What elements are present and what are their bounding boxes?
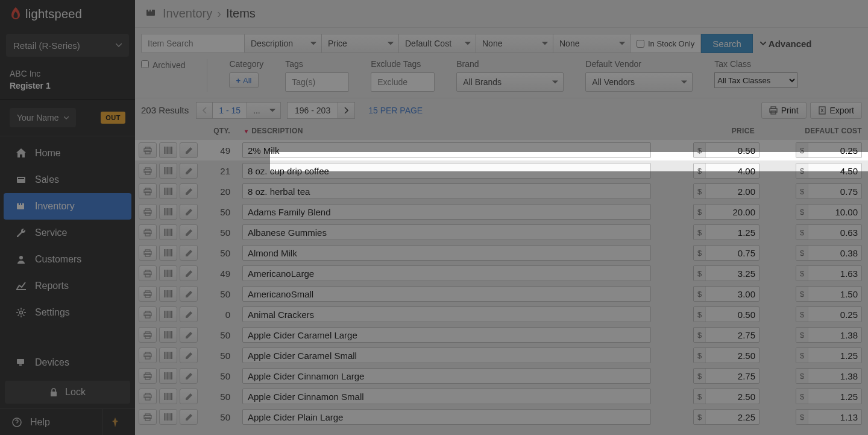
item-description-input[interactable] (242, 389, 651, 404)
item-description-input[interactable] (242, 348, 651, 363)
row-print-button[interactable] (139, 142, 157, 158)
col-description[interactable]: ▾ DESCRIPTION (236, 127, 657, 135)
item-description-input[interactable] (242, 265, 651, 281)
row-print-button[interactable] (139, 204, 157, 220)
row-edit-button[interactable] (180, 245, 198, 261)
category-all-button[interactable]: +All (229, 72, 258, 88)
item-price-input[interactable]: $ (693, 224, 760, 240)
item-cost-input[interactable]: $ (796, 265, 862, 281)
row-print-button[interactable] (139, 389, 157, 404)
help-row[interactable]: Help (0, 408, 135, 435)
price-value[interactable] (706, 227, 759, 238)
row-edit-button[interactable] (180, 142, 198, 158)
cost-value[interactable] (808, 145, 861, 156)
row-edit-button[interactable] (180, 327, 198, 343)
nav-reports[interactable]: Reports (4, 273, 131, 299)
search-button[interactable]: Search (701, 34, 753, 53)
row-edit-button[interactable] (180, 183, 198, 199)
breadcrumb-parent[interactable]: Inventory (163, 7, 212, 21)
row-print-button[interactable] (139, 183, 157, 199)
nav-sales[interactable]: Sales (4, 167, 131, 193)
row-edit-button[interactable] (180, 368, 198, 384)
cost-value[interactable] (808, 330, 861, 340)
item-price-input[interactable]: $ (693, 163, 760, 179)
none-filter-1[interactable]: None (476, 34, 553, 53)
price-value[interactable] (706, 310, 759, 320)
price-value[interactable] (706, 186, 759, 197)
item-cost-input[interactable]: $ (796, 348, 862, 363)
out-badge[interactable]: OUT (101, 112, 125, 124)
lock-button[interactable]: Lock (5, 381, 130, 404)
row-barcode-button[interactable] (159, 306, 177, 322)
price-filter[interactable]: Price (322, 34, 399, 53)
page-last-range[interactable]: 196 - 203 (287, 102, 338, 119)
row-print-button[interactable] (139, 368, 157, 384)
export-button[interactable]: Export (810, 102, 862, 119)
row-print-button[interactable] (139, 286, 157, 302)
row-print-button[interactable] (139, 224, 157, 240)
item-description-input[interactable] (242, 306, 651, 322)
cost-value[interactable] (808, 207, 861, 217)
row-barcode-button[interactable] (159, 409, 177, 425)
row-barcode-button[interactable] (159, 183, 177, 199)
item-price-input[interactable]: $ (693, 348, 760, 363)
nav-service[interactable]: Service (4, 220, 131, 246)
item-cost-input[interactable]: $ (796, 245, 862, 261)
cost-value[interactable] (808, 248, 861, 258)
item-description-input[interactable] (242, 245, 651, 261)
price-value[interactable] (706, 268, 759, 279)
price-value[interactable] (706, 330, 759, 340)
nav-inventory[interactable]: Inventory (4, 193, 131, 220)
page-prev[interactable] (196, 102, 213, 119)
price-value[interactable] (706, 371, 759, 381)
item-cost-input[interactable]: $ (796, 327, 862, 343)
item-cost-input[interactable]: $ (796, 409, 862, 425)
price-value[interactable] (706, 392, 759, 402)
brand-select[interactable]: All Brands (456, 72, 564, 92)
description-filter[interactable]: Description (245, 34, 322, 53)
user-menu[interactable]: Your Name (10, 108, 76, 127)
row-print-button[interactable] (139, 163, 157, 179)
price-value[interactable] (706, 289, 759, 299)
row-print-button[interactable] (139, 327, 157, 343)
item-price-input[interactable]: $ (693, 389, 760, 404)
row-print-button[interactable] (139, 409, 157, 425)
pin-icon[interactable] (102, 409, 127, 435)
item-price-input[interactable]: $ (693, 245, 760, 261)
col-defaultcost[interactable]: DEFAULT COST (760, 127, 862, 135)
row-edit-button[interactable] (180, 286, 198, 302)
nav-settings[interactable]: Settings (4, 299, 131, 326)
cost-value[interactable] (808, 310, 861, 320)
archived-checkbox[interactable]: Archived (141, 59, 185, 92)
instock-checkbox-input[interactable] (637, 40, 644, 48)
item-price-input[interactable]: $ (693, 183, 760, 199)
row-edit-button[interactable] (180, 348, 198, 363)
item-description-input[interactable] (242, 142, 651, 158)
row-print-button[interactable] (139, 245, 157, 261)
price-value[interactable] (706, 248, 759, 258)
row-barcode-button[interactable] (159, 163, 177, 179)
exclude-tags-input[interactable] (371, 72, 435, 92)
row-barcode-button[interactable] (159, 286, 177, 302)
page-select[interactable]: ... (247, 102, 281, 119)
cost-value[interactable] (808, 351, 861, 361)
col-qty[interactable]: QTY. (201, 127, 236, 135)
nav-devices[interactable]: Devices (4, 349, 131, 376)
cost-value[interactable] (808, 166, 861, 176)
page-next[interactable] (338, 102, 355, 119)
item-price-input[interactable]: $ (693, 286, 760, 302)
item-description-input[interactable] (242, 224, 651, 240)
advanced-toggle[interactable]: Advanced (760, 39, 812, 49)
archived-input[interactable] (141, 60, 149, 68)
row-barcode-button[interactable] (159, 265, 177, 281)
price-value[interactable] (706, 412, 759, 422)
series-selector[interactable]: Retail (R-Series) (6, 34, 129, 57)
item-cost-input[interactable]: $ (796, 204, 862, 220)
row-barcode-button[interactable] (159, 368, 177, 384)
row-barcode-button[interactable] (159, 224, 177, 240)
item-price-input[interactable]: $ (693, 409, 760, 425)
item-description-input[interactable] (242, 327, 651, 343)
item-description-input[interactable] (242, 183, 651, 199)
col-price[interactable]: PRICE (657, 127, 760, 135)
row-barcode-button[interactable] (159, 204, 177, 220)
